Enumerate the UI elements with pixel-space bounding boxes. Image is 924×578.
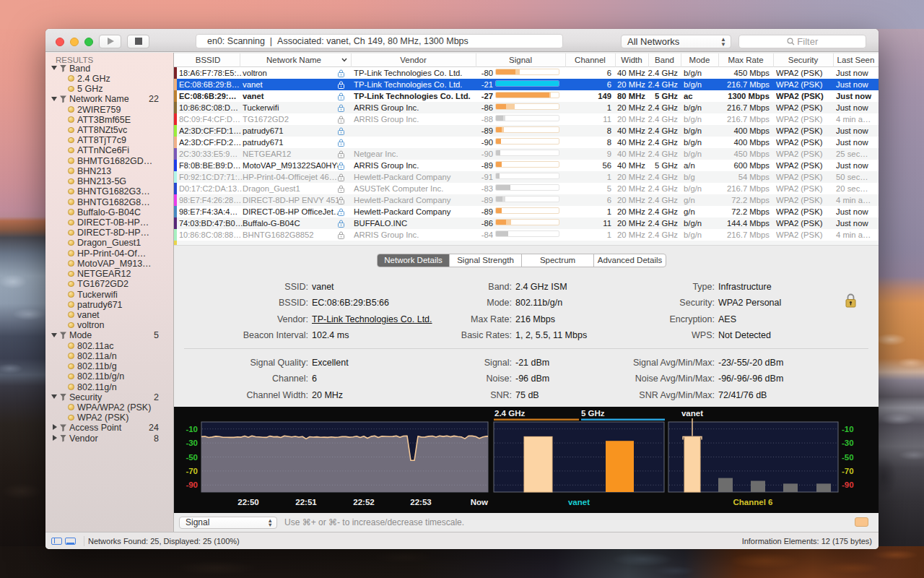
svg-text:vanet: vanet bbox=[568, 498, 590, 506]
svg-text:-10: -10 bbox=[842, 425, 854, 434]
svg-text:22:50: 22:50 bbox=[237, 498, 258, 506]
svg-text:-50: -50 bbox=[186, 453, 198, 462]
svg-text:22:53: 22:53 bbox=[410, 498, 431, 506]
svg-text:-10: -10 bbox=[186, 425, 198, 434]
svg-text:-90: -90 bbox=[842, 480, 854, 489]
svg-text:-70: -70 bbox=[842, 467, 854, 475]
svg-text:Now: Now bbox=[471, 498, 488, 506]
svg-text:2.4 GHz: 2.4 GHz bbox=[494, 409, 525, 418]
svg-text:22:51: 22:51 bbox=[295, 498, 317, 506]
svg-text:vanet: vanet bbox=[681, 409, 703, 418]
svg-text:-70: -70 bbox=[186, 467, 198, 475]
svg-text:22:52: 22:52 bbox=[353, 498, 374, 506]
svg-text:-30: -30 bbox=[842, 439, 854, 447]
svg-text:5 GHz: 5 GHz bbox=[581, 409, 605, 418]
svg-text:-50: -50 bbox=[842, 453, 854, 462]
svg-text:-30: -30 bbox=[186, 439, 198, 447]
svg-text:-90: -90 bbox=[186, 480, 198, 489]
svg-text:Channel 6: Channel 6 bbox=[733, 498, 773, 506]
